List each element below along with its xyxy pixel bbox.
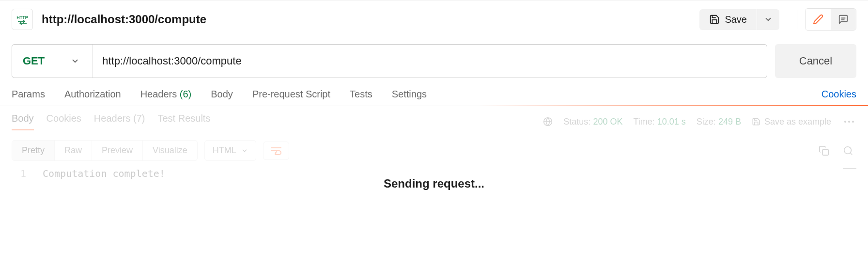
response-meta: Status: 200 OK Time: 10.01 s Size: 249 B bbox=[543, 117, 856, 127]
ellipsis-icon bbox=[844, 120, 854, 123]
chevron-down-icon bbox=[71, 57, 79, 65]
response-tab-headers-label: Headers bbox=[94, 113, 131, 124]
response-tab-headers[interactable]: Headers (7) bbox=[94, 113, 145, 130]
response-faded-content: Body Cookies Headers (7) Test Results St… bbox=[12, 113, 856, 179]
tab-pre-request-script[interactable]: Pre-request Script bbox=[252, 89, 330, 100]
svg-point-7 bbox=[852, 121, 854, 123]
minimap-indicator bbox=[843, 168, 856, 169]
status-meta: Status: 200 OK bbox=[563, 117, 622, 127]
save-as-example-label: Save as example bbox=[764, 117, 831, 127]
response-tabs-row: Body Cookies Headers (7) Test Results St… bbox=[12, 113, 856, 130]
time-label: Time: bbox=[633, 117, 654, 127]
comment-button[interactable] bbox=[831, 9, 856, 30]
svg-point-5 bbox=[844, 121, 846, 123]
response-tab-test-results[interactable]: Test Results bbox=[157, 113, 210, 130]
http-icon: HTTP bbox=[15, 14, 30, 25]
sending-request-overlay: Sending request... bbox=[0, 177, 868, 190]
edit-button[interactable] bbox=[806, 9, 831, 30]
request-bar: GET Cancel bbox=[0, 36, 868, 87]
format-select[interactable]: HTML bbox=[204, 140, 256, 161]
response-area: Body Cookies Headers (7) Test Results St… bbox=[0, 106, 868, 179]
header-row: HTTP http://localhost:3000/compute Save bbox=[0, 0, 868, 36]
tab-params[interactable]: Params bbox=[12, 89, 45, 100]
svg-point-10 bbox=[844, 146, 852, 154]
view-tab-raw[interactable]: Raw bbox=[55, 141, 92, 160]
wrap-lines-button[interactable] bbox=[263, 142, 289, 160]
view-tab-preview[interactable]: Preview bbox=[92, 141, 143, 160]
copy-icon[interactable] bbox=[819, 145, 829, 156]
response-tabs: Body Cookies Headers (7) Test Results bbox=[12, 113, 210, 130]
comment-icon bbox=[838, 14, 849, 25]
pencil-icon bbox=[813, 14, 823, 25]
header-divider bbox=[797, 10, 797, 29]
tab-settings[interactable]: Settings bbox=[392, 89, 427, 100]
response-more-button[interactable] bbox=[842, 118, 856, 125]
time-meta: Time: 10.01 s bbox=[633, 117, 685, 127]
time-value: 10.01 s bbox=[657, 117, 686, 127]
tab-headers-label: Headers bbox=[140, 89, 177, 99]
size-meta: Size: 249 B bbox=[697, 117, 741, 127]
tab-headers[interactable]: Headers (6) bbox=[140, 89, 192, 100]
request-title: http://localhost:3000/compute bbox=[42, 13, 699, 26]
format-select-label: HTML bbox=[213, 145, 236, 156]
tab-authorization[interactable]: Authorization bbox=[64, 89, 121, 100]
save-dropdown-button[interactable] bbox=[757, 9, 779, 30]
response-tab-headers-count: (7) bbox=[133, 113, 145, 124]
tab-tests[interactable]: Tests bbox=[350, 89, 372, 100]
view-mode-tabs: Pretty Raw Preview Visualize bbox=[12, 140, 198, 161]
save-icon bbox=[752, 117, 760, 126]
method-label: GET bbox=[23, 55, 45, 67]
tab-body[interactable]: Body bbox=[211, 89, 233, 100]
header-actions: Save bbox=[699, 8, 856, 31]
tab-headers-count: (6) bbox=[180, 89, 191, 99]
response-tab-body[interactable]: Body bbox=[12, 113, 34, 130]
save-button-label: Save bbox=[725, 14, 747, 25]
svg-rect-9 bbox=[822, 149, 828, 155]
search-icon[interactable] bbox=[843, 145, 853, 156]
size-value: 249 B bbox=[718, 117, 741, 127]
request-tabs: Params Authorization Headers (6) Body Pr… bbox=[12, 89, 427, 100]
http-method-badge: HTTP bbox=[12, 9, 33, 30]
status-label: Status: bbox=[563, 117, 590, 127]
cancel-button[interactable]: Cancel bbox=[775, 44, 856, 78]
share-comment-group bbox=[805, 8, 856, 31]
save-button-group: Save bbox=[699, 9, 779, 30]
globe-icon[interactable] bbox=[543, 117, 553, 127]
size-label: Size: bbox=[697, 117, 716, 127]
svg-point-6 bbox=[848, 121, 850, 123]
chevron-down-icon bbox=[764, 15, 773, 24]
chevron-down-icon bbox=[241, 147, 248, 154]
save-icon bbox=[709, 14, 720, 25]
method-select[interactable]: GET bbox=[12, 45, 93, 78]
view-tab-visualize[interactable]: Visualize bbox=[143, 141, 197, 160]
response-tools bbox=[819, 145, 856, 156]
view-tab-pretty[interactable]: Pretty bbox=[12, 141, 55, 160]
status-value: 200 OK bbox=[593, 117, 622, 127]
request-tabs-row: Params Authorization Headers (6) Body Pr… bbox=[0, 87, 868, 106]
save-as-example-button[interactable]: Save as example bbox=[752, 117, 831, 127]
response-tab-cookies[interactable]: Cookies bbox=[46, 113, 81, 130]
svg-line-11 bbox=[850, 153, 852, 155]
url-input[interactable] bbox=[93, 45, 767, 78]
cookies-link[interactable]: Cookies bbox=[822, 89, 856, 100]
method-url-container: GET bbox=[12, 44, 767, 78]
wrap-icon bbox=[270, 146, 282, 156]
save-button[interactable]: Save bbox=[699, 9, 757, 30]
view-controls: Pretty Raw Preview Visualize HTML bbox=[12, 140, 856, 161]
svg-text:HTTP: HTTP bbox=[16, 15, 28, 20]
